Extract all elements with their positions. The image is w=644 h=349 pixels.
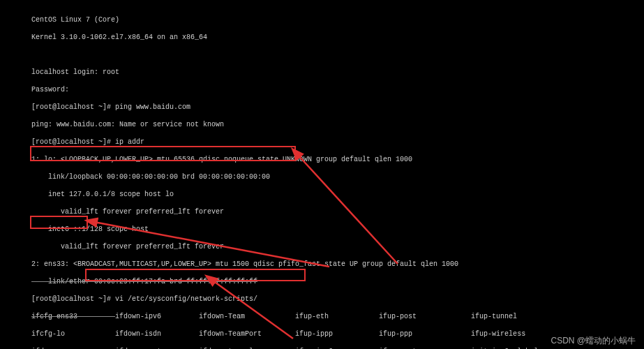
kernel-line: Kernel 3.10.0-1062.el7.x86_64 on an x86_…	[31, 34, 563, 43]
tab1-row: ifcfg-lo ifdown-isdn ifdown-TeamPort ifu…	[31, 330, 563, 339]
os-line: CentOS Linux 7 (Core)	[31, 16, 563, 25]
password-prompt: Password:	[31, 86, 563, 95]
cmd-ping: [root@localhost ~]# ping www.baidu.com	[31, 103, 563, 112]
ip-lo-link: link/loopback 00:00:00:00:00:00 brd 00:0…	[31, 173, 563, 182]
cmd-vi-1: [root@localhost ~]# vi /etc/sysconfig/ne…	[31, 295, 563, 304]
csdn-watermark: CSDN @蠕动的小蜗牛	[551, 336, 636, 346]
tab1-row: ifcfg-ens33 ifdown-ipv6 ifdown-Team ifup…	[31, 313, 563, 322]
ip-lo-inet6: inet6 ::1/128 scope host	[31, 225, 563, 235]
ip-lo-lft6: valid_lft forever preferred_lft forever	[31, 243, 563, 252]
ip-ens33: 2: ens33: <BROADCAST,MULTICAST,UP,LOWER_…	[31, 260, 563, 269]
file-ifcfg-ens33: ifcfg-ens33	[31, 313, 115, 320]
login-prompt: localhost login: root	[31, 68, 563, 77]
ping-error: ping: www.baidu.com: Name or service not…	[31, 121, 563, 130]
cmd-ipaddr: [root@localhost ~]# ip addr	[31, 138, 563, 147]
ip-lo-inet: inet 127.0.0.1/8 scope host lo	[31, 191, 563, 200]
ip-lo: 1: lo: <LOOPBACK,UP,LOWER_UP> mtu 65536 …	[31, 156, 563, 165]
terminal-output: CentOS Linux 7 (Core) Kernel 3.10.0-1062…	[31, 7, 563, 349]
ip-ens33-link: link/ether 00:0c:29:ff:17:fa brd ff:ff:f…	[31, 278, 563, 287]
ip-lo-lft: valid_lft forever preferred_lft forever	[31, 208, 563, 217]
